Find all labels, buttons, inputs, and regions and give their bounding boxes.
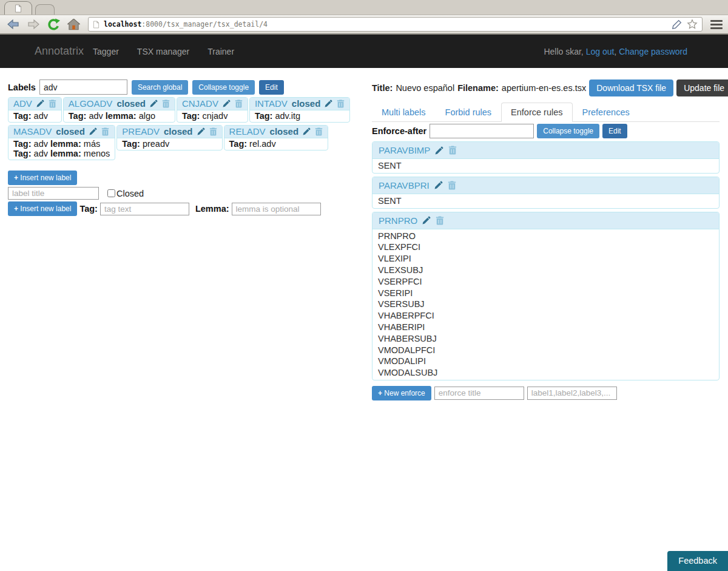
update-file-button[interactable]: Update file: [676, 79, 728, 96]
edit-button[interactable]: Edit: [259, 80, 284, 95]
lemma-input[interactable]: [232, 203, 321, 215]
edit-pencil-icon[interactable]: [435, 146, 443, 155]
enforce-labels-input[interactable]: [527, 387, 617, 400]
reload-button[interactable]: [46, 16, 61, 32]
forward-button[interactable]: [25, 16, 41, 32]
edit-pencil-icon[interactable]: [303, 127, 311, 135]
edit-pencil-icon[interactable]: [197, 127, 205, 135]
edit-pencil-icon[interactable]: [434, 181, 443, 189]
delete-trash-icon[interactable]: [436, 216, 444, 225]
change-password-link[interactable]: Change password: [619, 47, 687, 56]
labels-search-input[interactable]: [39, 79, 127, 95]
delete-trash-icon[interactable]: [49, 100, 56, 108]
nav-item-tagger[interactable]: Tagger: [84, 47, 128, 56]
new-enforce-button[interactable]: + New enforce: [372, 386, 431, 400]
feedback-button[interactable]: Feedback: [667, 551, 728, 571]
logout-link[interactable]: Log out: [586, 47, 615, 56]
closed-checkbox-label: Closed: [116, 189, 144, 198]
enforce-title: PARAVBIMP: [379, 145, 430, 155]
label-title: RELADV: [229, 126, 266, 137]
plus-icon: +: [14, 204, 18, 213]
edit-pencil-icon[interactable]: [422, 216, 431, 225]
enforce-item: SENT: [378, 195, 713, 207]
enforce-item: VSERPFCI: [378, 276, 713, 288]
delete-trash-icon[interactable]: [235, 100, 243, 108]
new-enforce-row: + New enforce: [372, 386, 720, 400]
edit-pencil-icon[interactable]: [325, 100, 332, 107]
labels-title: Labels: [8, 83, 36, 92]
closed-flag: closed: [116, 98, 146, 109]
label-card-intadv: INTADV closed Tag: adv.itg: [249, 97, 350, 123]
labels-header: Labels Search global Collapse toggle Edi…: [8, 79, 367, 95]
enforce-card-paravbpri: PARAVBPRI SENT: [372, 177, 720, 209]
download-tsx-button[interactable]: Download TSX file: [589, 79, 673, 96]
enforce-item: VSERSUBJ: [378, 299, 713, 310]
enforce-items: SENT: [372, 194, 719, 208]
browser-tab[interactable]: [4, 1, 32, 15]
labels-panel: Labels Search global Collapse toggle Edi…: [8, 79, 367, 216]
filename-label: Filename:: [457, 83, 499, 93]
edit-pencil-icon[interactable]: [150, 100, 158, 107]
edit-pencil-icon[interactable]: [36, 100, 44, 107]
search-global-button[interactable]: Search global: [132, 80, 188, 95]
app-navbar: Annotatrix Tagger TSX manager Trainer He…: [0, 35, 728, 68]
tag-input[interactable]: [100, 203, 189, 215]
label-card-masadv: MASADV closed Tag: adv lemma: más Tag: a…: [8, 125, 115, 160]
delete-trash-icon[interactable]: [448, 146, 457, 155]
delete-trash-icon[interactable]: [337, 100, 345, 108]
separator: ,: [614, 47, 616, 56]
tab-enforce-rules[interactable]: Enforce rules: [501, 103, 572, 122]
nav-item-tsx-manager[interactable]: TSX manager: [128, 47, 198, 56]
insert-new-label-button[interactable]: + Insert new label: [8, 171, 77, 185]
delete-trash-icon[interactable]: [162, 100, 170, 108]
delete-trash-icon[interactable]: [101, 127, 109, 136]
label-card-adv: ADV Tag: adv: [8, 97, 62, 123]
back-button[interactable]: [5, 16, 21, 32]
enforce-after-row: Enforce-after Collapse toggle Edit: [372, 124, 720, 138]
insert-new-label-button[interactable]: + Insert new label: [8, 201, 77, 216]
edit-button[interactable]: Edit: [602, 124, 627, 138]
url-bar[interactable]: localhost:8000/tsx_manager/tsx_detail/4: [88, 17, 703, 32]
url-host: localhost: [104, 20, 141, 29]
label-cards-row-1: ADV Tag: adv ALGOADV closed Tag: adv lem…: [8, 97, 367, 123]
tab-multi-labels[interactable]: Multi labels: [372, 103, 436, 122]
enforce-items: PRNPROVLEXPFCIVLEXIPIVLEXSUBJVSERPFCIVSE…: [372, 229, 719, 380]
browser-tab-strip: [0, 0, 728, 15]
brand-annotatrix[interactable]: Annotatrix: [35, 45, 84, 58]
tab-forbid-rules[interactable]: Forbid rules: [436, 103, 502, 122]
tab-preferences[interactable]: Preferences: [573, 103, 639, 122]
enforce-items: SENT: [372, 158, 719, 173]
label-title-input[interactable]: [8, 187, 99, 200]
label-title: ADV: [13, 98, 32, 109]
label-title: MASADV: [13, 126, 52, 137]
edit-pencil-icon[interactable]: [223, 100, 231, 107]
browser-menu-icon[interactable]: [710, 20, 723, 29]
collapse-toggle-button[interactable]: Collapse toggle: [537, 124, 599, 138]
delete-trash-icon[interactable]: [448, 181, 456, 190]
nav-item-trainer[interactable]: Trainer: [198, 47, 243, 56]
enforce-title: PARAVBPRI: [379, 180, 430, 191]
closed-flag: closed: [292, 98, 321, 109]
home-button[interactable]: [66, 16, 81, 32]
closed-checkbox[interactable]: [107, 189, 115, 197]
collapse-toggle-button[interactable]: Collapse toggle: [192, 80, 255, 95]
delete-trash-icon[interactable]: [209, 127, 217, 136]
label-title: INTADV: [255, 98, 288, 109]
label-card-algoadv: ALGOADV closed Tag: adv lemma: algo: [63, 97, 175, 123]
enforce-title-input[interactable]: [434, 387, 524, 400]
delete-trash-icon[interactable]: [315, 127, 323, 136]
enforce-after-label: Enforce-after: [372, 126, 426, 136]
enforce-after-input[interactable]: [430, 124, 534, 138]
edit-url-pencil-icon[interactable]: [672, 19, 682, 30]
enforce-item: PRNPRO: [378, 231, 713, 242]
label-card-reladv: RELADV closed Tag: rel.adv: [224, 125, 329, 150]
page-icon: [93, 21, 99, 29]
edit-pencil-icon[interactable]: [89, 127, 97, 135]
enforce-item: VMODALSUBJ: [378, 367, 713, 379]
new-tab-button[interactable]: [35, 4, 55, 15]
bookmark-star-icon[interactable]: [687, 19, 698, 30]
title-label: Title:: [372, 83, 393, 93]
url-path: :8000/tsx_manager/tsx_detail/4: [141, 20, 268, 29]
enforce-card-paravbimp: PARAVBIMP SENT: [372, 141, 720, 174]
label-card-preadv: PREADV closed Tag: preadv: [116, 125, 222, 150]
